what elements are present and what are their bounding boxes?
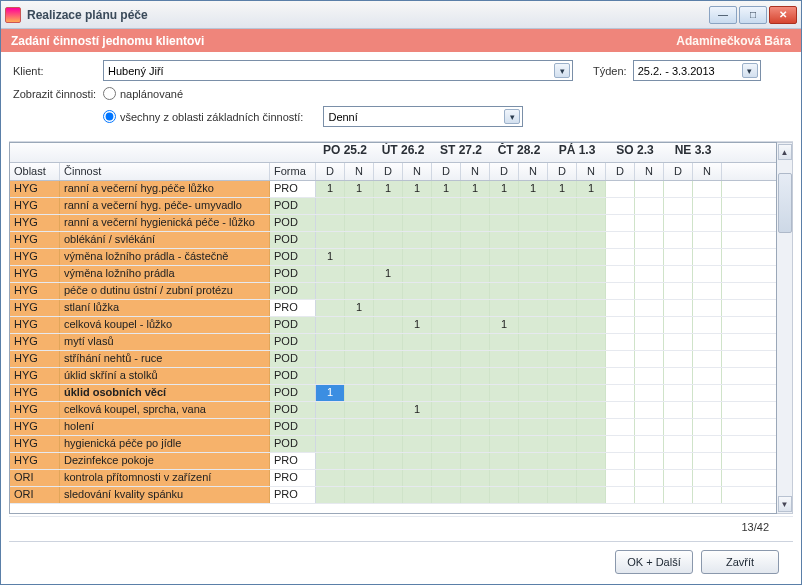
cell-value[interactable] <box>577 402 606 418</box>
cell-value[interactable] <box>606 419 635 435</box>
cell-value[interactable] <box>374 487 403 503</box>
radio-all-input[interactable] <box>103 110 116 123</box>
cell-value[interactable] <box>490 402 519 418</box>
cell-value[interactable] <box>432 249 461 265</box>
cell-value[interactable] <box>403 334 432 350</box>
cell-value[interactable] <box>374 453 403 469</box>
cell-value[interactable] <box>403 198 432 214</box>
table-row[interactable]: HYGstlaní lůžkaPRO1 <box>10 300 776 317</box>
cell-value[interactable] <box>461 249 490 265</box>
cell-value[interactable] <box>490 266 519 282</box>
cell-value[interactable] <box>577 419 606 435</box>
cell-value[interactable] <box>548 487 577 503</box>
cell-value[interactable] <box>606 385 635 401</box>
cell-value[interactable] <box>374 470 403 486</box>
dn-header[interactable]: D <box>432 163 461 180</box>
cell-value[interactable] <box>519 215 548 231</box>
cell-value[interactable] <box>374 300 403 316</box>
cell-value[interactable] <box>461 283 490 299</box>
cell-value[interactable]: 1 <box>548 181 577 197</box>
cell-value[interactable] <box>374 317 403 333</box>
cell-value[interactable] <box>316 470 345 486</box>
week-select[interactable]: 25.2. - 3.3.2013 ▾ <box>633 60 761 81</box>
cell-value[interactable] <box>664 317 693 333</box>
cell-value[interactable] <box>548 232 577 248</box>
cell-value[interactable] <box>461 198 490 214</box>
cell-value[interactable] <box>374 368 403 384</box>
cell-value[interactable] <box>606 453 635 469</box>
cell-value[interactable] <box>490 470 519 486</box>
cell-value[interactable] <box>519 266 548 282</box>
cell-value[interactable] <box>664 453 693 469</box>
cell-value[interactable] <box>664 402 693 418</box>
table-row[interactable]: HYGoblékání / svlékáníPOD <box>10 232 776 249</box>
cell-value[interactable] <box>519 300 548 316</box>
cell-value[interactable] <box>519 317 548 333</box>
cell-value[interactable] <box>519 249 548 265</box>
cell-value[interactable]: 1 <box>490 181 519 197</box>
cell-value[interactable] <box>316 402 345 418</box>
table-row[interactable]: HYGúklid osobních věcíPOD1 <box>10 385 776 402</box>
day-header[interactable]: ST 27.2 <box>432 143 490 162</box>
cell-value[interactable] <box>345 402 374 418</box>
cell-value[interactable] <box>345 453 374 469</box>
cell-value[interactable] <box>403 453 432 469</box>
cell-value[interactable] <box>345 470 374 486</box>
cell-value[interactable] <box>664 266 693 282</box>
close-dialog-button[interactable]: Zavřít <box>701 550 779 574</box>
cell-value[interactable] <box>635 215 664 231</box>
radio-planned[interactable]: naplánované <box>103 87 183 100</box>
cell-value[interactable] <box>577 453 606 469</box>
cell-value[interactable] <box>577 385 606 401</box>
cell-value[interactable] <box>490 198 519 214</box>
dn-header[interactable]: N <box>403 163 432 180</box>
cell-value[interactable] <box>693 402 722 418</box>
cell-value[interactable] <box>345 215 374 231</box>
cell-value[interactable] <box>316 232 345 248</box>
cell-value[interactable] <box>403 436 432 452</box>
cell-value[interactable] <box>606 232 635 248</box>
cell-value[interactable] <box>693 419 722 435</box>
cell-value[interactable] <box>519 470 548 486</box>
dn-header[interactable]: D <box>664 163 693 180</box>
cell-value[interactable] <box>548 266 577 282</box>
cell-value[interactable] <box>345 385 374 401</box>
cell-value[interactable] <box>664 198 693 214</box>
cell-value[interactable] <box>461 215 490 231</box>
cell-value[interactable]: 1 <box>316 249 345 265</box>
cell-value[interactable] <box>432 317 461 333</box>
table-row[interactable]: HYGvýměna ložního prádla - částečněPOD1 <box>10 249 776 266</box>
cell-value[interactable] <box>461 453 490 469</box>
cell-value[interactable]: 1 <box>403 181 432 197</box>
dn-header[interactable]: D <box>606 163 635 180</box>
cell-value[interactable] <box>461 470 490 486</box>
cell-value[interactable] <box>490 436 519 452</box>
cell-value[interactable] <box>519 419 548 435</box>
day-header[interactable]: NE 3.3 <box>664 143 722 162</box>
cell-value[interactable] <box>664 436 693 452</box>
cell-value[interactable] <box>490 300 519 316</box>
cell-value[interactable] <box>548 198 577 214</box>
cell-value[interactable] <box>548 436 577 452</box>
client-select[interactable]: Hubený Jiří ▾ <box>103 60 573 81</box>
cell-value[interactable] <box>635 385 664 401</box>
cell-value[interactable] <box>403 419 432 435</box>
cell-value[interactable] <box>316 351 345 367</box>
cell-value[interactable] <box>577 266 606 282</box>
cell-value[interactable] <box>432 402 461 418</box>
cell-value[interactable]: 1 <box>461 181 490 197</box>
cell-value[interactable] <box>606 283 635 299</box>
cell-value[interactable] <box>519 283 548 299</box>
cell-value[interactable] <box>548 249 577 265</box>
cell-value[interactable] <box>693 215 722 231</box>
cell-value[interactable] <box>635 368 664 384</box>
cell-value[interactable] <box>519 436 548 452</box>
table-row[interactable]: HYGvýměna ložního prádlaPOD1 <box>10 266 776 283</box>
cell-value[interactable] <box>432 198 461 214</box>
cell-value[interactable] <box>664 181 693 197</box>
maximize-button[interactable]: □ <box>739 6 767 24</box>
cell-value[interactable] <box>664 249 693 265</box>
cell-value[interactable] <box>577 487 606 503</box>
cell-value[interactable] <box>432 283 461 299</box>
cell-value[interactable] <box>693 487 722 503</box>
